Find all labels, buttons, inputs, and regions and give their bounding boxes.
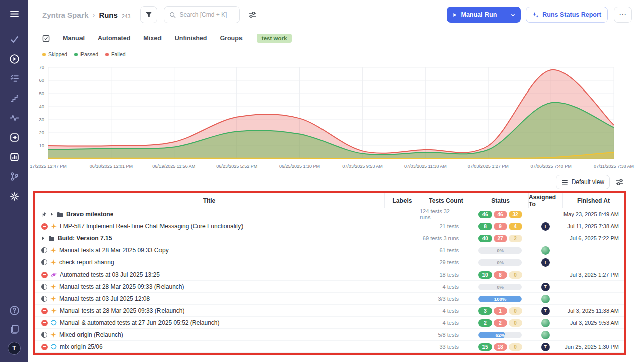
legend-skipped[interactable]: Skipped bbox=[42, 51, 67, 57]
column-header-assigned-to[interactable]: Assigned To bbox=[528, 193, 562, 208]
legend-failed[interactable]: Failed bbox=[105, 51, 126, 57]
column-header-status[interactable]: Status bbox=[472, 193, 528, 208]
labels-cell bbox=[384, 256, 420, 268]
run-title: LMP-587 Implement Real-Time Chat Messagi… bbox=[60, 223, 243, 230]
assignee-avatar[interactable] bbox=[541, 319, 550, 327]
assignee-avatar[interactable]: T bbox=[541, 222, 550, 231]
finished-at-cell bbox=[562, 281, 624, 293]
assignee-avatar[interactable] bbox=[541, 246, 550, 255]
tab-manual[interactable]: Manual bbox=[63, 35, 85, 42]
manual-icon bbox=[51, 308, 57, 314]
menu-icon[interactable] bbox=[9, 8, 20, 19]
mixed-icon bbox=[51, 344, 57, 350]
column-header-tests-count[interactable]: Tests Count bbox=[420, 193, 472, 208]
failed-status-icon bbox=[41, 320, 48, 326]
table-row[interactable]: check report sharing29 tests0%T bbox=[34, 256, 624, 268]
table-row[interactable]: Manual tests at 28 Mar 2025 09:33 (Relau… bbox=[34, 281, 624, 293]
progress-bar: 100% bbox=[478, 296, 522, 302]
page-title: Runs bbox=[99, 11, 118, 19]
assignee-avatar[interactable]: T bbox=[541, 258, 550, 267]
assignee-avatar[interactable]: T bbox=[541, 343, 550, 351]
default-view-button[interactable]: Default view bbox=[556, 175, 610, 189]
expand-caret-icon[interactable] bbox=[50, 212, 54, 216]
finished-at-cell: Jul 3, 2025 1:27 PM bbox=[562, 268, 624, 281]
column-header-finished-at[interactable]: Finished At bbox=[562, 193, 624, 208]
runs-table: TitleLabelsTests CountStatusAssigned ToF… bbox=[34, 193, 624, 353]
column-header-labels[interactable]: Labels bbox=[384, 193, 420, 208]
table-row[interactable]: Manual tests at 28 Mar 2025 09:33 Copy61… bbox=[34, 244, 624, 256]
app-root: T Zyntra Spark › Runs 243 Search [Cmd + … bbox=[0, 0, 644, 362]
y-tick-label: 10 bbox=[39, 143, 44, 148]
play-icon bbox=[453, 13, 457, 17]
filter-button[interactable] bbox=[140, 6, 157, 23]
column-header-title[interactable]: Title bbox=[34, 193, 384, 208]
test-cases-icon[interactable] bbox=[9, 34, 20, 45]
button-divider bbox=[503, 10, 503, 19]
assignee-avatar[interactable] bbox=[541, 331, 550, 339]
tests-count-cell: 61 tests bbox=[420, 244, 472, 256]
tab-mixed[interactable]: Mixed bbox=[143, 35, 161, 42]
table-settings-icon[interactable] bbox=[616, 178, 624, 186]
test-plans-icon[interactable] bbox=[9, 73, 20, 84]
search-input[interactable]: Search [Cmd + K] bbox=[164, 6, 240, 23]
table-row[interactable]: mix origin 25/0633 tests15180TJun 25, 20… bbox=[34, 341, 624, 353]
expand-caret-icon[interactable] bbox=[41, 236, 45, 240]
finished-at-cell bbox=[562, 293, 624, 305]
legend-label: Failed bbox=[111, 51, 126, 57]
activity-icon[interactable] bbox=[9, 112, 20, 123]
table-row[interactable]: LMP-587 Implement Real-Time Chat Messagi… bbox=[34, 220, 624, 232]
tests-count-cell: 124 tests 32 runs bbox=[420, 208, 472, 220]
assignee-avatar[interactable] bbox=[541, 295, 550, 303]
help-icon[interactable] bbox=[9, 305, 20, 316]
assigned-to-cell: T bbox=[528, 220, 562, 232]
pin-icon[interactable] bbox=[41, 212, 47, 217]
tag-test-work[interactable]: test work bbox=[257, 34, 292, 43]
table-row[interactable]: Bravo milestone124 tests 32 runs464632Ma… bbox=[34, 208, 624, 220]
more-button[interactable]: ⋯ bbox=[614, 7, 632, 23]
tab-unfinished[interactable]: Unfinished bbox=[175, 35, 207, 42]
runs-status-report-button[interactable]: Runs Status Report bbox=[526, 7, 608, 23]
milestones-icon[interactable] bbox=[9, 93, 20, 104]
labels-cell bbox=[384, 305, 420, 317]
documents-icon[interactable] bbox=[9, 323, 20, 334]
table-row[interactable]: Build: Version 7.1569 tests 3 runs40272J… bbox=[34, 232, 624, 244]
search-settings-icon[interactable] bbox=[248, 11, 256, 18]
table-row[interactable]: Manual tests at 03 Jul 2025 12:083/3 tes… bbox=[34, 293, 624, 305]
y-tick-label: 40 bbox=[39, 104, 44, 109]
finished-at-cell: Jul 3, 2025 11:38 AM bbox=[562, 305, 624, 317]
tests-count-cell: 29 tests bbox=[420, 256, 472, 268]
chevron-down-icon[interactable] bbox=[508, 13, 518, 17]
user-avatar[interactable]: T bbox=[8, 342, 21, 355]
progress-label: 62% bbox=[478, 332, 522, 338]
settings-icon[interactable] bbox=[9, 191, 20, 202]
tests-count-cell: 4 tests bbox=[420, 317, 472, 329]
legend-passed[interactable]: Passed bbox=[74, 51, 98, 57]
tab-groups[interactable]: Groups bbox=[220, 35, 242, 42]
status-cell: 0% bbox=[472, 256, 528, 268]
imports-icon[interactable] bbox=[9, 132, 20, 143]
title-cell: Manual & automated tests at 27 Jun 2025 … bbox=[34, 317, 384, 329]
table-row[interactable]: Automated tests at 03 Jul 2025 13:2518 t… bbox=[34, 268, 624, 281]
run-title: Automated tests at 03 Jul 2025 13:25 bbox=[60, 271, 160, 278]
tests-count-cell: 4 tests bbox=[420, 281, 472, 293]
table-row[interactable]: Mixed origin (Relaunch)5/8 tests62% bbox=[34, 329, 624, 341]
table-row[interactable]: Manual tests at 28 Mar 2025 09:33 (Relau… bbox=[34, 305, 624, 317]
skipped-badge: 0 bbox=[509, 307, 522, 315]
assignee-avatar[interactable]: T bbox=[541, 283, 550, 291]
table-row[interactable]: Manual & automated tests at 27 Jun 2025 … bbox=[34, 317, 624, 329]
finished-at-cell bbox=[562, 256, 624, 268]
runs-status-report-label: Runs Status Report bbox=[542, 11, 601, 18]
integrations-icon[interactable] bbox=[9, 171, 20, 182]
runs-board-icon-tab[interactable] bbox=[42, 35, 50, 42]
tab-automated[interactable]: Automated bbox=[98, 35, 130, 42]
manual-icon bbox=[50, 247, 56, 253]
manual-run-label: Manual Run bbox=[461, 11, 497, 18]
reports-icon[interactable] bbox=[9, 151, 20, 162]
breadcrumb-project[interactable]: Zyntra Spark bbox=[42, 11, 89, 19]
manual-run-button[interactable]: Manual Run bbox=[447, 7, 521, 23]
assignee-avatar[interactable]: T bbox=[541, 307, 550, 315]
assigned-to-cell bbox=[528, 317, 562, 329]
title-cell: Manual tests at 28 Mar 2025 09:33 (Relau… bbox=[34, 281, 384, 293]
default-view-label: Default view bbox=[572, 178, 604, 186]
runs-icon[interactable] bbox=[9, 53, 20, 64]
